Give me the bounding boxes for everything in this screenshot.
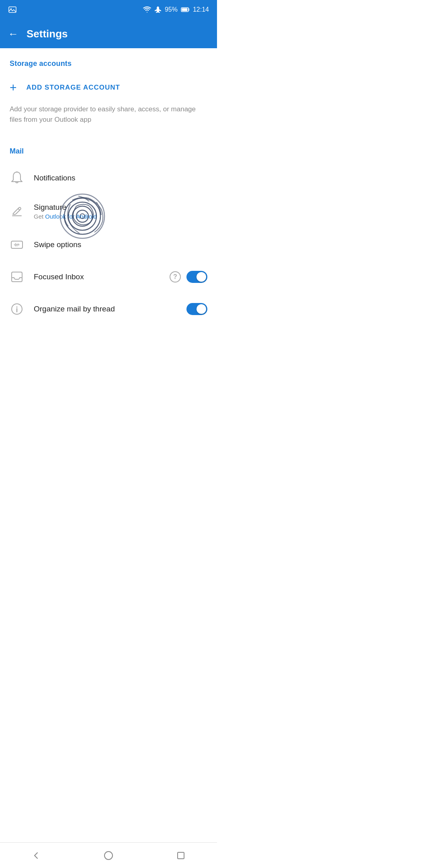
organize-mail-content: Organize mail by thread — [34, 305, 177, 313]
svg-point-4 — [16, 172, 18, 173]
svg-rect-3 — [182, 8, 187, 11]
status-left-icons — [8, 5, 17, 14]
notifications-content: Notifications — [34, 174, 207, 182]
status-right-icons: 95% 12:14 — [143, 6, 209, 13]
notifications-row[interactable]: Notifications — [0, 162, 217, 194]
back-button[interactable]: ← — [8, 28, 18, 40]
focused-inbox-row[interactable]: Focused Inbox ? — [0, 261, 217, 293]
battery-icon — [181, 7, 190, 12]
signature-row[interactable]: Signature Get Outlook for Android — [0, 194, 217, 229]
inbox-icon — [10, 270, 24, 284]
add-icon: + — [10, 82, 17, 94]
swipe-options-title: Swipe options — [34, 240, 207, 249]
swipe-options-row[interactable]: Swipe options — [0, 229, 217, 261]
focused-inbox-toggle[interactable] — [186, 271, 207, 283]
add-storage-label: ADD STORAGE ACCOUNT — [27, 84, 120, 92]
settings-content: Storage accounts + ADD STORAGE ACCOUNT A… — [0, 48, 217, 325]
info-icon — [10, 302, 24, 316]
signature-subtitle: Get Outlook for Android — [34, 213, 207, 220]
svg-point-14 — [16, 307, 18, 308]
status-bar: 95% 12:14 — [0, 0, 217, 19]
bell-icon — [10, 171, 24, 185]
focused-inbox-help[interactable]: ? — [170, 271, 181, 283]
organize-mail-right — [186, 303, 207, 315]
photo-icon — [8, 5, 17, 14]
notifications-title: Notifications — [34, 174, 207, 182]
status-time: 12:14 — [193, 6, 209, 13]
add-storage-account-button[interactable]: + ADD STORAGE ACCOUNT — [0, 74, 217, 101]
signature-title: Signature — [34, 203, 207, 212]
focused-inbox-title: Focused Inbox — [34, 272, 160, 281]
svg-rect-12 — [12, 272, 22, 282]
organize-mail-title: Organize mail by thread — [34, 305, 177, 313]
battery-percent: 95% — [165, 6, 178, 13]
airplane-icon — [154, 6, 162, 13]
mail-section-header: Mail — [0, 136, 217, 162]
wifi-icon — [143, 6, 151, 13]
focused-inbox-right: ? — [170, 271, 207, 283]
app-bar: ← Settings — [0, 19, 217, 48]
storage-description: Add your storage provider to easily shar… — [0, 101, 217, 136]
outlook-for-android-link[interactable]: Outlook for Android — [45, 213, 96, 220]
organize-mail-toggle[interactable] — [186, 303, 207, 315]
organize-mail-row[interactable]: Organize mail by thread — [0, 293, 217, 325]
signature-content: Signature Get Outlook for Android — [34, 203, 207, 220]
signature-icon — [10, 204, 24, 219]
focused-inbox-content: Focused Inbox — [34, 272, 160, 281]
storage-accounts-header: Storage accounts — [0, 48, 217, 74]
swipe-icon — [10, 237, 24, 252]
swipe-options-content: Swipe options — [34, 240, 207, 249]
page-title: Settings — [27, 28, 68, 40]
svg-rect-0 — [9, 7, 16, 12]
